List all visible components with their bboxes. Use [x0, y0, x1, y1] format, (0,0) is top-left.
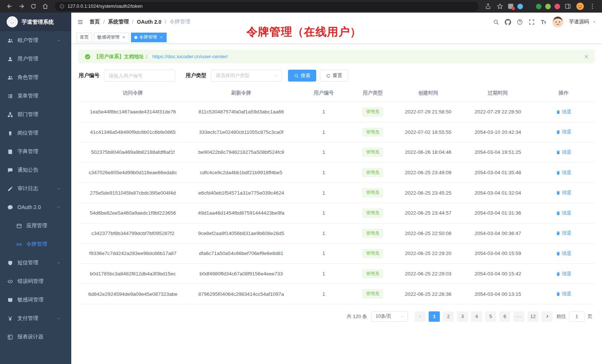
breadcrumb-item[interactable]: 首页 — [89, 19, 100, 25]
user-type-select[interactable]: 请选择用户类型 — [211, 70, 282, 82]
force-logout-button[interactable]: 强退 — [556, 169, 572, 176]
help-icon[interactable] — [517, 19, 523, 25]
breadcrumb-item[interactable]: OAuth 2.0 — [137, 19, 161, 25]
more-pages-button[interactable]: ··· — [513, 311, 524, 322]
reset-button[interactable]: 重置 — [320, 70, 348, 82]
sidebar-item-label: 支付管理 — [17, 315, 38, 322]
sidebar-item-dict[interactable]: 字典管理 — [0, 142, 71, 161]
font-size-icon[interactable] — [540, 19, 547, 25]
cell-user-id: 1 — [295, 102, 352, 122]
user-menu-caret-icon[interactable] — [592, 20, 596, 24]
page-size-select[interactable]: 10条/页 — [372, 311, 408, 322]
browser-menu-icon[interactable] — [589, 3, 596, 10]
tab-token[interactable]: 令牌管理 — [131, 33, 167, 42]
sidebar-item-sensitive-word[interactable]: 敏感词管理 — [0, 291, 71, 309]
sidebar-item-label: 敏感词管理 — [17, 297, 43, 303]
extension-icon-5[interactable] — [545, 4, 551, 9]
cell-create-time: 2022-06-26 18:04:46 — [393, 142, 463, 163]
close-icon[interactable] — [122, 35, 126, 39]
sidebar-item-oauth2-application[interactable]: 应用管理 — [0, 216, 71, 235]
app-logo[interactable]: 芋道管理系统 — [0, 13, 71, 31]
book-icon — [7, 149, 13, 155]
github-icon[interactable] — [505, 19, 511, 25]
cell-user-type: 管理员 — [352, 264, 393, 284]
cell-expire-time: 2054-03-04 00:15:42 — [463, 264, 533, 284]
extension-icon-1[interactable] — [508, 3, 514, 9]
sidebar-item-oauth2[interactable]: OAuth 2.0 — [0, 198, 71, 216]
tab-sensitive-word[interactable]: 敏感词管理 — [94, 33, 129, 42]
tab-label: 令牌管理 — [139, 34, 157, 40]
site-info-icon[interactable] — [59, 4, 65, 9]
cell-action: 强退 — [533, 102, 595, 122]
browser-reload-icon[interactable] — [30, 3, 37, 10]
prev-page-button[interactable] — [415, 311, 426, 322]
sidebar-item-notice[interactable]: 通知公告 — [0, 161, 71, 179]
trash-icon — [556, 231, 560, 235]
browser-back-icon[interactable] — [6, 3, 13, 10]
user-avatar[interactable] — [552, 16, 563, 27]
sidebar-item-oauth2-token[interactable]: 令牌管理 — [0, 235, 71, 254]
sidebar-item-user[interactable]: 用户管理 — [0, 50, 71, 68]
breadcrumb-item[interactable]: 系统管理 — [108, 19, 129, 25]
page-button[interactable]: 12 — [527, 311, 539, 322]
user-id-input[interactable] — [104, 70, 175, 82]
browser-toolbar: 127.0.0.1:1024/system/oauth2/token — [0, 0, 602, 13]
goto-page-input[interactable] — [569, 311, 585, 322]
force-logout-button[interactable]: 强退 — [556, 210, 572, 216]
page-button[interactable]: 4 — [471, 311, 482, 322]
extension-icon-6[interactable] — [554, 4, 560, 9]
search-icon[interactable] — [493, 19, 499, 25]
share-icon[interactable] — [485, 3, 491, 10]
force-logout-button[interactable]: 强退 — [556, 250, 572, 257]
browser-home-icon[interactable] — [42, 3, 49, 10]
page-button[interactable]: 6 — [499, 311, 510, 322]
user-type-placeholder: 请选择用户类型 — [216, 72, 249, 79]
sidebar-item-label: 应用管理 — [26, 222, 47, 229]
user-type-label: 用户类型 — [186, 72, 206, 79]
search-button[interactable]: 搜索 — [288, 70, 316, 82]
force-logout-button[interactable]: 强退 — [556, 129, 572, 135]
force-logout-button[interactable]: 强退 — [556, 189, 572, 196]
force-logout-button[interactable]: 强退 — [556, 109, 572, 115]
sidebar-item-audit-log[interactable]: 审计日志 — [0, 179, 71, 198]
extension-icon-4[interactable] — [536, 4, 542, 9]
sidebar-item-report-designer[interactable]: 报表设计器 — [0, 328, 71, 346]
doc-link[interactable]: https://doc.iocoder.cn/user-center/ — [153, 54, 228, 59]
force-logout-button[interactable]: 强退 — [556, 230, 572, 236]
sidebar-item-sms[interactable]: 短信管理 — [0, 254, 71, 272]
active-tab-dot — [134, 36, 137, 39]
sidebar-item-label: 错误码管理 — [17, 278, 43, 285]
extension-icon-2[interactable] — [517, 4, 523, 9]
tab-home[interactable]: 首页 — [76, 33, 92, 42]
cell-user-type: 管理员 — [352, 203, 393, 223]
force-logout-button[interactable]: 强退 — [556, 291, 572, 297]
sidebar-item-error-code[interactable]: 错误码管理 — [0, 272, 71, 291]
page-button[interactable]: 3 — [457, 311, 468, 322]
address-bar[interactable]: 127.0.0.1:1024/system/oauth2/token — [55, 2, 478, 11]
side-panel-icon[interactable] — [565, 3, 571, 10]
browser-profile-avatar[interactable] — [576, 2, 584, 10]
goto-label: 前往 — [556, 313, 566, 320]
sidebar-item-pay[interactable]: 支付管理 — [0, 309, 71, 328]
extension-icon-3[interactable] — [527, 4, 532, 9]
sidebar-item-post[interactable]: 岗位管理 — [0, 124, 71, 142]
fullscreen-icon[interactable] — [529, 19, 535, 25]
sidebar-toggle-icon[interactable] — [77, 19, 84, 25]
browser-forward-icon[interactable] — [18, 3, 25, 10]
alert-close-icon[interactable] — [583, 54, 589, 60]
sidebar-item-menu[interactable]: 菜单管理 — [0, 87, 71, 105]
bookmark-star-icon[interactable] — [497, 3, 503, 10]
username[interactable]: 芋道源码 — [569, 19, 589, 25]
sidebar-item-dept[interactable]: 部门管理 — [0, 105, 71, 124]
sidebar-item-tenant[interactable]: 租户管理 — [0, 31, 71, 50]
next-page-button[interactable] — [542, 311, 553, 322]
cell-action: 强退 — [533, 284, 595, 304]
breadcrumb-item[interactable]: 令牌管理 — [170, 19, 190, 25]
page-button[interactable]: 1 — [429, 311, 440, 322]
page-button[interactable]: 5 — [485, 311, 496, 322]
force-logout-button[interactable]: 强退 — [556, 271, 572, 277]
force-logout-button[interactable]: 强退 — [556, 149, 572, 156]
close-icon[interactable] — [159, 35, 163, 39]
sidebar-item-role[interactable]: 角色管理 — [0, 68, 71, 87]
page-button[interactable]: 2 — [443, 311, 454, 322]
